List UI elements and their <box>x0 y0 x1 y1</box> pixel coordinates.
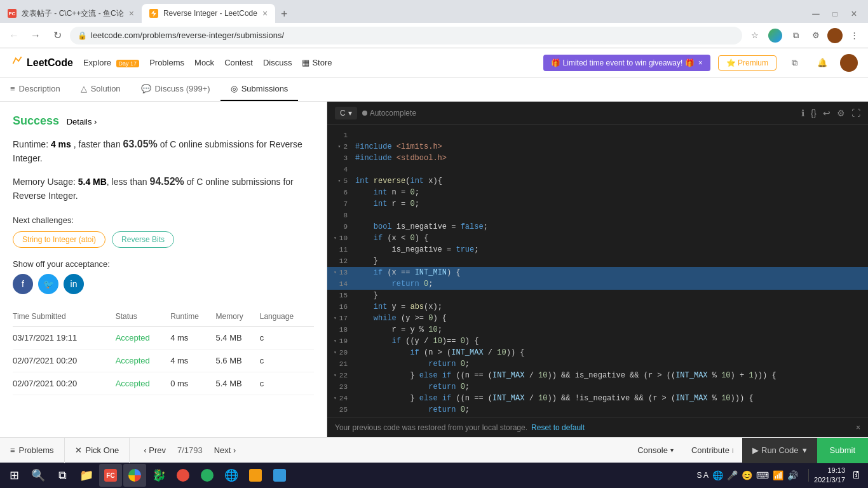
extensions-icon[interactable]: ⧉ <box>787 27 804 44</box>
challenge-atoi-button[interactable]: String to Integer (atoi) <box>13 231 105 248</box>
reset-to-default-link[interactable]: Reset to default <box>531 423 585 432</box>
menu-icon[interactable]: ⋮ <box>845 27 863 44</box>
tab-fc[interactable]: FC 发表帖子 - C\C++交流 - 鱼C论 × <box>0 4 142 23</box>
cell-status[interactable]: Accepted <box>116 327 171 349</box>
taskbar-app3[interactable] <box>172 464 194 487</box>
cell-status[interactable]: Accepted <box>116 349 171 372</box>
language-selector[interactable]: C ▾ <box>335 107 357 119</box>
nav-mock[interactable]: Mock <box>194 58 214 67</box>
code-line: 14 return 0; <box>327 278 868 290</box>
close-restore-icon[interactable]: × <box>856 423 860 432</box>
line-content: if ((y / 10)== 0) { <box>353 336 868 347</box>
start-button[interactable]: ⊞ <box>3 464 25 487</box>
taskbar-edge[interactable]: 🌐 <box>220 464 243 487</box>
tab-discuss[interactable]: 💬 Discuss (999+) <box>131 78 220 101</box>
undo-icon[interactable]: ↩ <box>823 108 831 118</box>
bookmark-icon[interactable]: ☆ <box>746 27 764 44</box>
search-taskbar-button[interactable]: 🔍 <box>27 464 50 487</box>
facebook-share-button[interactable]: f <box>13 274 33 294</box>
problems-button[interactable]: ≡ Problems <box>0 438 65 463</box>
taskbar-time-text: 19:13 <box>814 466 845 475</box>
nav-problems[interactable]: Problems <box>149 58 184 67</box>
pick-one-button[interactable]: ✕ Pick One <box>65 438 130 463</box>
input-method-icon[interactable]: S A <box>696 471 709 480</box>
line-number: 16 <box>339 301 348 313</box>
taskbar-app1[interactable]: FC <box>99 464 122 487</box>
wifi-icon[interactable]: 📶 <box>773 470 783 480</box>
twitter-share-button[interactable]: 🐦 <box>38 274 58 294</box>
line-number: 15 <box>339 290 348 301</box>
user-avatar[interactable] <box>827 28 843 43</box>
fold-arrow-icon[interactable]: ▾ <box>334 267 337 278</box>
notification-center-icon[interactable]: 🗓 <box>848 470 865 481</box>
fold-arrow-icon[interactable]: ▾ <box>334 393 337 404</box>
fold-arrow-icon[interactable]: ▾ <box>338 141 341 152</box>
taskbar-app2[interactable]: 🐉 <box>147 464 170 487</box>
taskbar-fileexplorer[interactable]: 📁 <box>75 464 98 487</box>
nav-back-button[interactable]: ← <box>5 27 23 44</box>
details-link[interactable]: Details › <box>67 117 97 126</box>
code-format-icon[interactable]: {} <box>811 108 817 118</box>
lang-label: C <box>340 109 346 118</box>
cell-status[interactable]: Accepted <box>116 372 171 395</box>
line-content <box>353 130 868 141</box>
settings-icon[interactable]: ⚙ <box>807 27 825 44</box>
taskbar-chrome[interactable] <box>123 464 146 487</box>
screen-icon[interactable]: ⧉ <box>784 53 804 73</box>
close-banner-button[interactable]: × <box>698 58 703 67</box>
next-button[interactable]: Next › <box>208 438 243 463</box>
prev-button[interactable]: ‹ Prev <box>137 438 172 463</box>
maximize-button[interactable]: □ <box>826 5 844 23</box>
code-line: 3#include <stdbool.h> <box>327 152 868 164</box>
tab-lc[interactable]: Reverse Integer - LeetCode × <box>142 4 275 23</box>
close-window-button[interactable]: × <box>845 5 863 23</box>
ime-icon[interactable]: 🌐 <box>712 470 723 480</box>
linkedin-share-button[interactable]: in <box>64 274 84 294</box>
fold-arrow-icon[interactable]: ▾ <box>334 370 337 381</box>
tab-description[interactable]: ≡ Description <box>0 78 71 101</box>
taskbar-app6[interactable] <box>268 464 291 487</box>
fold-arrow-icon[interactable]: ▾ <box>334 347 337 358</box>
premium-button[interactable]: ⭐ Premium <box>718 55 776 71</box>
lc-logo[interactable]: LeetCode <box>10 54 73 71</box>
nav-store[interactable]: ▦ Store <box>302 58 332 67</box>
submit-button[interactable]: Submit <box>817 438 868 463</box>
autocomplete-button[interactable]: Autocomplete <box>362 109 416 118</box>
nav-refresh-button[interactable]: ↻ <box>48 27 66 44</box>
taskbar-clock[interactable]: 19:13 2021/3/17 <box>814 466 845 485</box>
fold-arrow-icon[interactable]: ▾ <box>338 175 341 187</box>
nav-explore[interactable]: Explore Day 17 <box>83 58 139 67</box>
code-editor[interactable]: 1▾2#include <limits.h>3#include <stdbool… <box>327 125 868 417</box>
tab-close-lc[interactable]: × <box>262 8 268 18</box>
problems-icon: ≡ <box>10 445 15 455</box>
new-tab-button[interactable]: + <box>275 5 293 23</box>
nav-discuss[interactable]: Discuss <box>263 58 292 67</box>
fold-arrow-icon[interactable]: ▾ <box>334 233 337 244</box>
challenge-reverse-bits-button[interactable]: Reverse Bits <box>112 231 174 248</box>
fullscreen-icon[interactable]: ⛶ <box>851 108 860 118</box>
user-avatar-lc[interactable] <box>840 54 858 72</box>
volume-icon[interactable]: 🔊 <box>787 470 798 480</box>
contribute-button[interactable]: Contribute i <box>682 438 742 463</box>
taskbar-app5[interactable] <box>244 464 267 487</box>
keyboard-icon[interactable]: ⌨ <box>756 470 769 480</box>
taskbar-app4[interactable] <box>196 464 219 487</box>
taskview-button[interactable]: ⧉ <box>51 464 74 487</box>
speech-icon[interactable]: 🎤 <box>727 470 738 480</box>
console-button[interactable]: Console ▾ <box>628 438 682 463</box>
minimize-button[interactable]: ─ <box>807 5 825 23</box>
nav-forward-button[interactable]: → <box>27 27 44 44</box>
url-bar[interactable]: 🔒 leetcode.com/problems/reverse-integer/… <box>70 27 742 44</box>
tab-submissions[interactable]: ◎ Submissions <box>220 78 299 101</box>
fold-arrow-icon[interactable]: ▾ <box>334 336 337 347</box>
fold-arrow-icon[interactable]: ▾ <box>334 313 337 324</box>
emoji-icon[interactable]: 😊 <box>742 470 752 480</box>
tab-close-fc[interactable]: × <box>129 8 134 18</box>
info-icon[interactable]: ℹ <box>801 108 804 118</box>
nav-contest[interactable]: Contest <box>224 58 253 67</box>
profile-icon[interactable] <box>766 27 784 44</box>
settings-icon[interactable]: ⚙ <box>837 108 845 118</box>
notification-icon[interactable]: 🔔 <box>812 53 832 73</box>
run-code-button[interactable]: ▶ Run Code ▾ <box>742 438 817 463</box>
tab-solution[interactable]: △ Solution <box>71 78 131 101</box>
